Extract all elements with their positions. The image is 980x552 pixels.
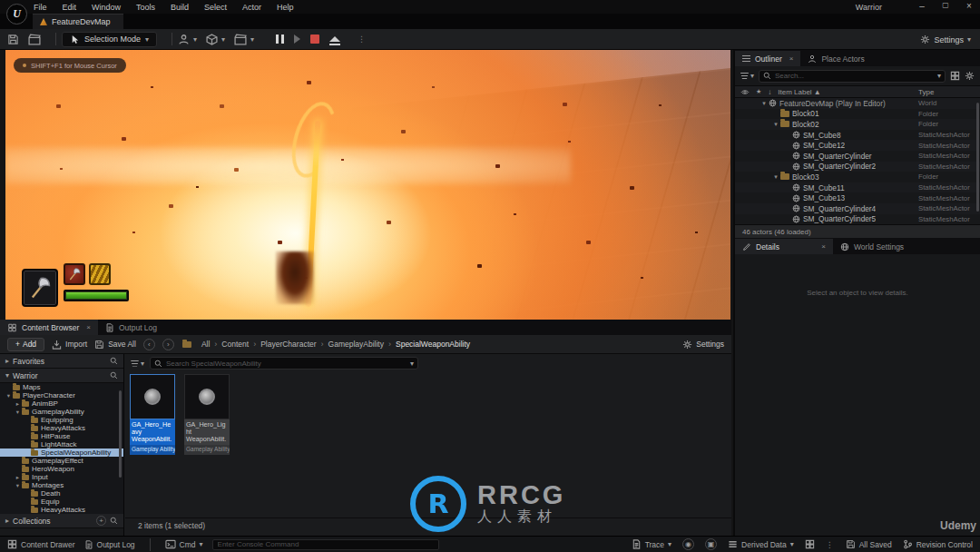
new-folder-icon[interactable] xyxy=(950,71,960,81)
console-command-input[interactable] xyxy=(218,540,434,548)
filter-icon[interactable]: ▾ xyxy=(131,360,144,368)
close-icon[interactable]: × xyxy=(964,1,975,11)
selection-mode-dropdown[interactable]: Selection Mode ▾ xyxy=(62,32,157,47)
folder-tree-row[interactable]: Death xyxy=(0,489,123,498)
content-browser-settings-dropdown[interactable]: Settings xyxy=(682,340,724,350)
content-drawer-button[interactable]: Content Drawer xyxy=(7,539,75,549)
eject-button[interactable] xyxy=(329,36,340,42)
minimize-icon[interactable]: – xyxy=(916,1,927,11)
back-icon[interactable]: ‹ xyxy=(143,339,155,350)
breadcrumb-content[interactable]: Content xyxy=(221,340,249,349)
collections-section[interactable]: ▸ Collections + xyxy=(0,514,123,528)
visibility-column-icon[interactable] xyxy=(740,88,750,96)
tab-details[interactable]: Details × xyxy=(735,239,833,254)
folder-tree-row[interactable]: HeroWeapon xyxy=(0,465,123,473)
sort-column-icon[interactable]: ↓ xyxy=(768,88,771,96)
menu-edit[interactable]: Edit xyxy=(63,3,77,12)
folder-tree-row[interactable]: Equip xyxy=(0,498,123,506)
cinematics-button[interactable]: ▾ xyxy=(234,34,254,45)
chevron-down-icon[interactable]: ▾ xyxy=(937,72,941,80)
folder-tree-row[interactable]: ▾ GameplayAbility xyxy=(0,408,123,416)
outliner-row[interactable]: SM_Cube13StaticMeshActor xyxy=(735,192,980,203)
level-viewport[interactable]: SHIFT+F1 for Mouse Cursor xyxy=(5,50,730,320)
outliner-row[interactable]: SM_Cube12StaticMeshActor xyxy=(735,140,980,151)
outliner-row[interactable]: SM_QuarterCylinder2StaticMeshActor xyxy=(735,162,980,172)
breadcrumb-gameplayability[interactable]: GameplayAbility xyxy=(328,340,384,349)
pause-button[interactable] xyxy=(276,34,284,44)
breadcrumb-all[interactable]: All xyxy=(201,340,210,349)
favorites-section[interactable]: ▸ Favorites xyxy=(0,354,123,369)
folder-tree-row[interactable]: HeavyAttacks xyxy=(0,506,123,514)
tab-output-log[interactable]: Output Log xyxy=(98,320,164,335)
tab-content-browser[interactable]: Content Browser × xyxy=(0,320,98,335)
tab-world-settings[interactable]: World Settings xyxy=(833,239,911,254)
folder-tree-row[interactable]: ▸ Input xyxy=(0,473,123,481)
folder-tree-row[interactable]: ▾ PlayerCharacter xyxy=(0,391,123,399)
output-log-button[interactable]: Output Log xyxy=(84,540,135,549)
folder-tree-row[interactable]: HitPause xyxy=(0,432,123,440)
tab-featuredevmap[interactable]: FeatureDevMap xyxy=(33,14,123,29)
tab-outliner[interactable]: Outliner × xyxy=(735,51,800,66)
unreal-engine-logo-icon[interactable]: U xyxy=(6,4,27,25)
folder-tree-row[interactable]: Equipping xyxy=(0,416,123,424)
snapshot-icon[interactable]: ▣ xyxy=(705,538,717,550)
outliner-row[interactable]: ▾ Block03Folder xyxy=(735,172,980,182)
all-saved-button[interactable]: All Saved xyxy=(846,539,892,549)
blueprints-button[interactable]: ▾ xyxy=(206,34,225,45)
asset-tile[interactable]: GA_Hero_Heavy WeaponAbilit... Gameplay A… xyxy=(130,374,175,455)
menu-actor[interactable]: Actor xyxy=(242,3,261,12)
outliner-row[interactable]: SM_QuarterCylinder5StaticMeshActor xyxy=(735,214,980,225)
outliner-row[interactable]: SM_QuarterCylinderStaticMeshActor xyxy=(735,151,980,162)
outliner-row[interactable]: Block01Folder xyxy=(735,109,980,120)
add-collection-icon[interactable]: + xyxy=(96,516,106,526)
folder-tree-scrollbar[interactable] xyxy=(119,390,122,478)
forward-icon[interactable]: › xyxy=(162,339,174,350)
breadcrumb-playercharacter[interactable]: PlayerCharacter xyxy=(260,340,316,349)
filter-icon[interactable]: ▾ xyxy=(740,72,754,80)
revision-control-button[interactable]: Revision Control xyxy=(903,539,973,549)
asset-tile[interactable]: GA_Hero_Light WeaponAbilit... Gameplay A… xyxy=(184,374,230,455)
tab-place-actors[interactable]: Place Actors xyxy=(800,51,871,66)
source-control-status-icons[interactable]: ⋮ xyxy=(805,539,835,549)
cmd-dropdown[interactable]: Cmd ▾ xyxy=(165,539,203,549)
trace-dropdown[interactable]: Trace ▾ xyxy=(632,539,671,549)
toolbar-settings-dropdown[interactable]: Settings ▾ xyxy=(920,29,971,50)
menu-tools[interactable]: Tools xyxy=(136,3,155,12)
outliner-settings-icon[interactable] xyxy=(965,71,975,81)
outliner-row[interactable]: ▾ FeatureDevMap (Play In Editor)World xyxy=(735,98,980,109)
chevron-down-icon[interactable]: ▾ xyxy=(410,360,414,368)
folder-tree-row[interactable]: GameplayEffect xyxy=(0,457,123,465)
save-current-level-button[interactable] xyxy=(7,34,19,45)
folder-tree-row[interactable]: HeavyAttacks xyxy=(0,424,123,432)
add-button[interactable]: + Add xyxy=(7,338,44,351)
folder-tree-row[interactable]: ▾ Montages xyxy=(0,481,123,489)
warrior-root-section[interactable]: ▾ Warrior xyxy=(0,369,123,383)
item-label-column[interactable]: Item Label ▲ xyxy=(778,88,821,96)
browse-modes-icon[interactable] xyxy=(28,34,41,45)
menu-help[interactable]: Help xyxy=(277,3,294,12)
menu-select[interactable]: Select xyxy=(204,3,227,12)
breadcrumb-specialweaponability[interactable]: SpecialWeaponAbility xyxy=(396,340,470,349)
import-button[interactable]: Import xyxy=(52,340,87,350)
close-icon[interactable]: × xyxy=(789,54,794,63)
close-icon[interactable]: × xyxy=(821,242,826,251)
insights-icon[interactable]: ◉ xyxy=(682,538,694,550)
derived-data-dropdown[interactable]: Derived Data ▾ xyxy=(728,539,794,549)
search-icon[interactable] xyxy=(110,357,118,365)
folder-tree-row[interactable]: SpecialWeaponAbility xyxy=(0,448,123,457)
outliner-row[interactable]: SM_Cube8StaticMeshActor xyxy=(735,130,980,141)
menu-file[interactable]: File xyxy=(34,3,47,12)
outliner-row[interactable]: SM_Cube11StaticMeshActor xyxy=(735,182,980,193)
folder-tree-row[interactable]: ▸ AnimBP xyxy=(0,399,123,408)
stop-button[interactable] xyxy=(310,34,319,44)
folder-tree-row[interactable]: LightAttack xyxy=(0,440,123,448)
type-column[interactable]: Type xyxy=(918,88,934,96)
more-options-icon[interactable]: ⋮ xyxy=(358,34,367,44)
search-icon[interactable] xyxy=(110,371,118,380)
outliner-row[interactable]: ▾ Block02Folder xyxy=(735,119,980,130)
close-icon[interactable]: × xyxy=(86,323,91,331)
menu-build[interactable]: Build xyxy=(171,3,189,12)
outliner-row[interactable]: SM_QuarterCylinder4StaticMeshActor xyxy=(735,203,980,214)
folder-tree-row[interactable]: Maps xyxy=(0,383,123,391)
save-all-button[interactable]: Save All xyxy=(94,340,136,350)
